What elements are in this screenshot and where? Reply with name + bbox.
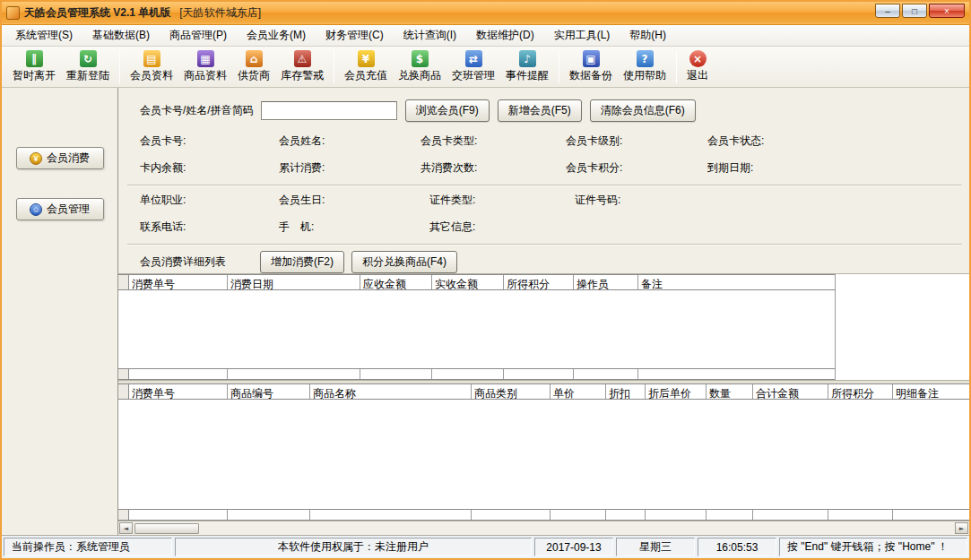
detail-table-body[interactable] xyxy=(118,400,969,509)
label-other-info: 其它信息: xyxy=(429,220,575,235)
exchange-goods-icon: $ xyxy=(412,50,429,67)
label-empty xyxy=(575,220,969,235)
column-header: 消费单号 xyxy=(129,384,228,399)
toolbar-product-profile[interactable]: ▦ 商品资料 xyxy=(179,48,231,85)
window-controls: – □ × xyxy=(873,2,965,18)
event-reminder-icon: ♪ xyxy=(519,50,536,67)
sidebar-member-consume-button[interactable]: ¥ 会员消费 xyxy=(16,147,104,169)
add-consume-button[interactable]: 增加消费(F2) xyxy=(260,251,344,273)
label-card-points: 会员卡积分: xyxy=(566,160,707,176)
menu-tools[interactable]: 实用工具(L) xyxy=(544,25,620,46)
label-birthday: 会员生日: xyxy=(279,193,429,208)
label-card-number: 会员卡号: xyxy=(140,134,279,149)
toolbar-event-reminder[interactable]: ♪ 事件提醒 xyxy=(501,48,553,85)
left-panel: ¥ 会员消费 ☺ 会员管理 xyxy=(2,88,118,535)
grid-cell xyxy=(504,369,574,379)
detail-table-header: 消费单号商品编号商品名称商品类别单价折扣折后单价数量合计金额所得积分明细备注 xyxy=(118,383,969,400)
menu-finance[interactable]: 财务管理(C) xyxy=(316,25,394,46)
sidebar-member-manage-button[interactable]: ☺ 会员管理 xyxy=(16,198,104,220)
member-info-grid-top: 会员卡号: 会员姓名: 会员卡类型: 会员卡级别: 会员卡状态: 卡内余额: 累… xyxy=(118,130,969,185)
toolbar-label: 库存警戒 xyxy=(281,68,324,83)
relogin-icon: ↻ xyxy=(80,50,97,67)
close-button[interactable]: × xyxy=(929,4,965,18)
sidebar-button-label: 会员管理 xyxy=(47,202,90,217)
grid-cell xyxy=(707,510,753,520)
clear-member-info-button[interactable]: 清除会员信息(F6) xyxy=(590,99,696,122)
menu-system[interactable]: 系统管理(S) xyxy=(5,25,82,46)
label-id-type: 证件类型: xyxy=(429,193,575,208)
column-header: 消费单号 xyxy=(129,275,228,289)
toolbar-supplier[interactable]: ⌂ 供货商 xyxy=(233,48,274,85)
menu-member-business[interactable]: 会员业务(M) xyxy=(237,25,316,46)
toolbar-label: 使用帮助 xyxy=(623,68,666,83)
toolbar-member-recharge[interactable]: ¥ 会员充值 xyxy=(340,48,392,85)
scroll-right-button[interactable]: ► xyxy=(955,522,968,534)
column-header: 所得积分 xyxy=(504,275,574,289)
label-consume-count: 共消费次数: xyxy=(420,160,566,176)
stock-alert-icon: ⚠ xyxy=(294,50,311,67)
column-header: 单价 xyxy=(551,384,606,399)
status-weekday: 星期三 xyxy=(616,538,695,556)
toolbar-relogin[interactable]: ↻ 重新登陆 xyxy=(62,48,114,85)
grid-cell xyxy=(228,369,360,379)
member-profile-icon: ▤ xyxy=(143,50,160,67)
label-phone: 联系电话: xyxy=(140,220,279,235)
label-expire-date: 到期日期: xyxy=(707,160,969,176)
row-selector-column xyxy=(118,369,129,379)
grid-cell xyxy=(606,510,646,520)
label-card-balance: 卡内余额: xyxy=(140,160,279,176)
toolbar-label: 会员资料 xyxy=(130,68,173,83)
toolbar-help[interactable]: ? 使用帮助 xyxy=(619,48,671,85)
data-backup-icon: ▣ xyxy=(583,50,600,67)
consumption-detail-table: 消费单号商品编号商品名称商品类别单价折扣折后单价数量合计金额所得积分明细备注 xyxy=(118,383,969,521)
toolbar-exchange-goods[interactable]: $ 兑换商品 xyxy=(394,48,446,85)
toolbar-member-profile[interactable]: ▤ 会员资料 xyxy=(126,48,178,85)
column-header: 商品编号 xyxy=(228,384,310,399)
toolbar-label: 数据备份 xyxy=(569,68,612,83)
menu-product[interactable]: 商品管理(P) xyxy=(160,25,237,46)
horizontal-scrollbar: ◄ ► xyxy=(118,521,969,535)
scroll-thumb[interactable] xyxy=(134,523,199,534)
toolbar: ‖ 暂时离开 ↻ 重新登陆 ▤ 会员资料 ▦ 商品资料 ⌂ 供货商 ⚠ 库存警戒… xyxy=(2,47,969,88)
coins-icon: ¥ xyxy=(30,152,42,165)
toolbar-label: 事件提醒 xyxy=(506,68,549,83)
grid-cell xyxy=(228,510,310,520)
status-date: 2017-09-13 xyxy=(534,538,613,556)
search-row: 会员卡号/姓名/拼音简码 浏览会员(F9) 新增会员(F5) 清除会员信息(F6… xyxy=(118,88,969,130)
menu-stats-query[interactable]: 统计查询(I) xyxy=(394,25,466,46)
grid-cell xyxy=(432,369,504,379)
toolbar-label: 暂时离开 xyxy=(13,68,56,83)
toolbar-exit[interactable]: × 退出 xyxy=(682,48,713,85)
column-header: 实收金额 xyxy=(432,275,504,289)
points-exchange-button[interactable]: 积分兑换商品(F4) xyxy=(351,251,457,273)
browse-member-button[interactable]: 浏览会员(F9) xyxy=(405,99,490,122)
member-search-input[interactable] xyxy=(261,101,397,120)
exit-icon: × xyxy=(689,50,707,67)
menu-data-maintain[interactable]: 数据维护(D) xyxy=(466,25,544,46)
label-mobile: 手 机: xyxy=(279,220,429,235)
scroll-left-button[interactable]: ◄ xyxy=(119,522,133,534)
consumption-table-body[interactable] xyxy=(118,290,835,368)
grid-cell xyxy=(472,510,551,520)
toolbar-stock-alert[interactable]: ⚠ 库存警戒 xyxy=(276,48,328,85)
menu-help[interactable]: 帮助(H) xyxy=(620,25,676,46)
minimize-button[interactable]: – xyxy=(875,4,900,18)
members-icon: ☺ xyxy=(30,203,42,216)
grid-cell xyxy=(129,510,228,520)
sidebar-button-label: 会员消费 xyxy=(47,151,90,166)
toolbar-pause-leave[interactable]: ‖ 暂时离开 xyxy=(8,48,60,85)
detail-list-title: 会员消费详细列表 xyxy=(140,254,226,270)
toolbar-label: 供货商 xyxy=(238,68,270,83)
consumption-table-header: 消费单号消费日期应收金额实收金额所得积分操作员备注 xyxy=(118,274,835,290)
toolbar-separator xyxy=(119,51,120,83)
toolbar-data-backup[interactable]: ▣ 数据备份 xyxy=(565,48,617,85)
add-member-button[interactable]: 新增会员(F5) xyxy=(498,99,582,122)
maximize-button[interactable]: □ xyxy=(902,4,927,18)
detail-table-footer xyxy=(118,509,969,521)
label-card-level: 会员卡级别: xyxy=(566,134,707,149)
grid-cell xyxy=(828,510,893,520)
toolbar-shift-manage[interactable]: ⇄ 交班管理 xyxy=(447,48,499,85)
menu-base-data[interactable]: 基础数据(B) xyxy=(82,25,160,46)
label-id-number: 证件号码: xyxy=(575,193,969,208)
label-member-name: 会员姓名: xyxy=(279,134,420,149)
